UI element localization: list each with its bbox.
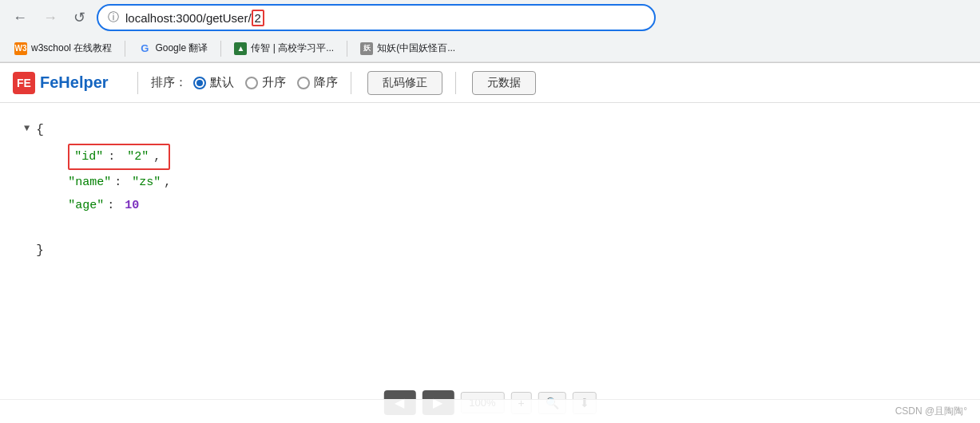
info-icon: ⓘ [108,10,119,25]
fehelper-toolbar: FE FeHelper 排序： 默认 升序 降序 乱码修正 元数据 [0,63,980,103]
bottom-bar: CSDN @且陶陶° [0,399,980,423]
id-key: "id" [74,146,103,168]
bookmark-google-translate[interactable]: G Google 翻译 [132,39,214,57]
id-value: "2" [120,146,149,168]
sort-asc-label: 升序 [262,75,286,90]
sort-default-label: 默认 [210,75,234,90]
bookmark-google-translate-label: Google 翻译 [155,42,208,55]
bookmark-divider-1 [125,41,125,57]
json-container: ▼ { "id" : "2" , "name" : "zs" [24,119,956,263]
name-key: "name" [68,172,111,193]
bookmark-divider-2 [220,41,221,57]
sort-desc[interactable]: 降序 [297,75,338,90]
toolbar-divider-1 [137,72,138,94]
collapse-arrow[interactable]: ▼ [24,121,30,138]
name-value: "zs" [125,172,161,193]
url-highlight: 2 [252,10,264,26]
id-comma: , [153,146,161,168]
browser-chrome: ← → ↺ ⓘ localhost:3000/getUser/2 W3 w3sc… [0,0,980,63]
toolbar-divider-2 [351,72,351,94]
json-content: { "id" : "2" , "name" : "zs" , [36,119,956,263]
back-button[interactable]: ← [8,6,32,30]
watermark-text: CSDN @且陶陶° [895,405,967,418]
json-row-name: "name" : "zs" , [36,172,956,193]
sort-desc-radio [297,77,310,89]
bookmark-zhichuang-label: 传智 | 高校学习平... [251,42,334,55]
bookmark-divider-3 [347,41,347,57]
json-row-id: "id" : "2" , [36,144,956,170]
bookmark-w3school[interactable]: W3 w3school 在线教程 [8,39,118,57]
forward-button[interactable]: → [38,6,62,30]
sort-default-radio [193,77,206,89]
address-bar[interactable]: ⓘ localhost:3000/getUser/2 [97,4,656,31]
sort-label: 排序： [151,75,187,90]
toolbar-divider-3 [455,72,456,94]
fehelper-logo-text: FeHelper [40,73,109,92]
sort-asc[interactable]: 升序 [245,75,286,90]
sort-desc-label: 降序 [314,75,338,90]
id-colon: : [108,146,115,168]
address-text: localhost:3000/getUser/2 [125,11,645,25]
zhichuang-icon: ▲ [234,42,247,55]
bookmark-w3school-label: w3school 在线教程 [31,42,112,55]
age-key: "age" [68,195,104,216]
age-value: 10 [117,195,139,216]
sort-asc-radio [245,77,258,89]
encoding-fix-button[interactable]: 乱码修正 [367,71,442,95]
age-colon: : [107,195,114,216]
sort-section: 排序： 默认 升序 降序 [151,75,338,90]
metadata-button[interactable]: 元数据 [472,71,536,95]
fehelper-logo-icon: FE [13,72,35,94]
refresh-button[interactable]: ↺ [69,6,90,30]
sort-default[interactable]: 默认 [193,75,234,90]
name-comma: , [164,172,171,193]
sort-radio-group: 默认 升序 降序 [193,75,338,90]
open-brace: { [36,123,44,137]
id-highlight-box: "id" : "2" , [68,144,170,170]
zhiyao-icon: 妖 [360,42,373,55]
json-content-area: ▼ { "id" : "2" , "name" : "zs" [0,103,980,279]
bookmarks-bar: W3 w3school 在线教程 G Google 翻译 ▲ 传智 | 高校学习… [0,35,980,62]
fehelper-logo: FE FeHelper [13,72,109,94]
json-row-age: "age" : 10 [36,195,956,216]
w3school-icon: W3 [14,42,27,55]
id-row-content: "id" : "2" , [36,144,170,170]
bookmark-zhichuang[interactable]: ▲ 传智 | 高校学习平... [228,39,340,57]
nav-bar: ← → ↺ ⓘ localhost:3000/getUser/2 [0,0,980,35]
name-colon: : [114,172,121,193]
bookmark-zhiyao-label: 知妖(中国妖怪百... [377,42,455,55]
bookmark-zhiyao[interactable]: 妖 知妖(中国妖怪百... [354,39,462,57]
google-translate-icon: G [138,42,151,55]
close-brace: } [36,243,44,258]
